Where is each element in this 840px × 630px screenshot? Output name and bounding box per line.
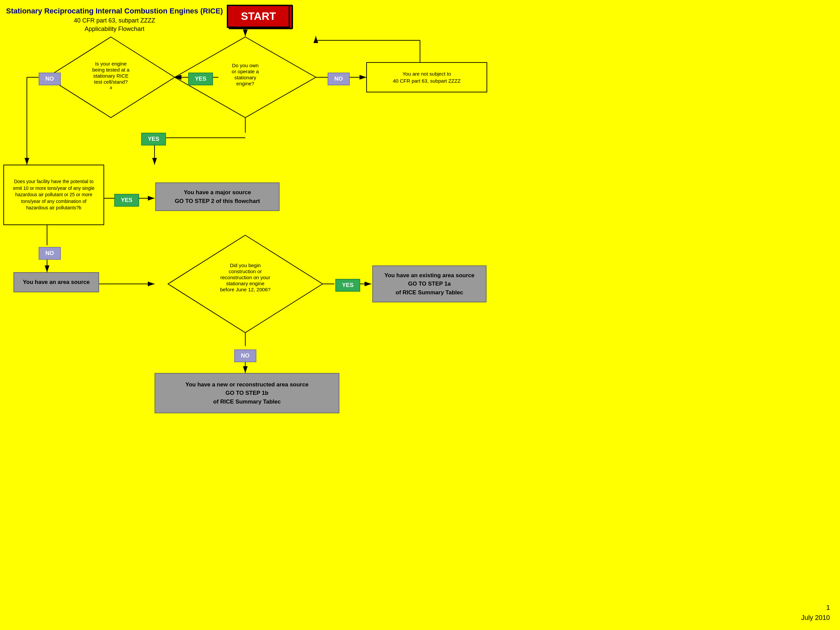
svg-text:stationary engine: stationary engine — [226, 281, 264, 286]
svg-marker-28 — [168, 235, 322, 333]
date-label: July 2010 — [801, 614, 830, 622]
title-text: Stationary Reciprocating Internal Combus… — [6, 7, 223, 15]
svg-text:test cell/stand?: test cell/stand? — [94, 79, 128, 85]
not-subject-box: You are not subject to 40 CFR part 63, s… — [366, 62, 487, 92]
svg-text:Do you own: Do you own — [232, 63, 258, 68]
hap-question-box: Does your facility have the potential to… — [3, 165, 104, 225]
svg-marker-1 — [47, 37, 175, 118]
yes-button-4: YES — [335, 279, 360, 292]
yes-button-1: YES — [188, 73, 213, 85]
page-title: Stationary Reciprocating Internal Combus… — [6, 6, 223, 33]
existing-area-source-box: You have an existing area source GO TO S… — [372, 265, 486, 302]
not-subject-text: You are not subject to 40 CFR part 63, s… — [393, 70, 461, 84]
svg-text:a: a — [110, 85, 112, 90]
major-source-box: You have a major source GO TO STEP 2 of … — [155, 182, 279, 211]
no-button-3: NO — [39, 247, 61, 260]
subtitle2: Applicability Flowchart — [6, 25, 223, 33]
no-button-2: NO — [328, 73, 350, 85]
major-source-text: You have a major source GO TO STEP 2 of … — [175, 188, 260, 205]
svg-text:construction or: construction or — [229, 268, 262, 274]
svg-text:stationary RICE: stationary RICE — [93, 73, 128, 79]
svg-text:engine?: engine? — [236, 81, 254, 86]
new-area-text: You have a new or reconstructed area sou… — [185, 381, 308, 406]
subtitle1: 40 CFR part 63, subpart ZZZZ — [6, 16, 223, 25]
page-number: 1 — [826, 604, 830, 611]
new-area-source-box: You have a new or reconstructed area sou… — [155, 373, 339, 413]
area-source-text: You have an area source — [23, 278, 90, 287]
svg-text:stationary: stationary — [234, 74, 256, 80]
no-button-4: NO — [234, 349, 256, 362]
svg-text:before June 12, 2006?: before June 12, 2006? — [220, 287, 270, 292]
no-button-1: NO — [39, 73, 61, 85]
svg-text:Did you begin: Did you begin — [230, 262, 261, 268]
svg-text:reconstruction on your: reconstruction on your — [220, 275, 270, 280]
hap-question-text: Does your facility have the potential to… — [13, 178, 95, 212]
svg-text:Is your engine: Is your engine — [95, 61, 127, 66]
svg-text:being tested at a: being tested at a — [92, 67, 130, 73]
area-source-box: You have an area source — [13, 272, 99, 292]
yes-button-3: YES — [114, 194, 139, 207]
flowchart-arrows: Is your engine being tested at a station… — [0, 0, 840, 630]
yes-button-2: YES — [141, 133, 166, 145]
start-button: START — [227, 5, 290, 28]
svg-text:or operate a: or operate a — [232, 68, 259, 74]
existing-area-text: You have an existing area source GO TO S… — [384, 271, 474, 297]
